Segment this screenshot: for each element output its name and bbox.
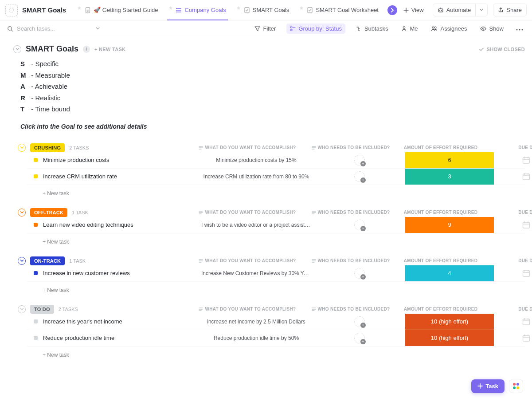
- show-closed-button[interactable]: SHOW CLOSED: [479, 47, 525, 52]
- due-date-button[interactable]: [522, 156, 531, 165]
- tab-smart-goal-worksheet[interactable]: SMART Goal Worksheet: [295, 0, 383, 20]
- fab-container: Task: [471, 379, 523, 393]
- tab-label: SMART Goal Worksheet: [316, 7, 379, 13]
- group-header: OFF-TRACK1 TASK WHAT DO YOU WANT TO ACCO…: [18, 208, 525, 217]
- status-chip[interactable]: TO DO: [30, 305, 54, 314]
- group-new-task-button[interactable]: + New task: [43, 349, 525, 361]
- automate-button[interactable]: Automate: [433, 4, 476, 16]
- group-collapse-toggle[interactable]: [18, 144, 26, 152]
- search-input[interactable]: [17, 25, 83, 32]
- group-header: TO DO2 TASKS WHAT DO YOU WANT TO ACCOMPL…: [18, 305, 525, 314]
- assignee-add-button[interactable]: [354, 316, 365, 327]
- group-collapse-toggle[interactable]: [18, 257, 26, 265]
- apps-grid-icon: [513, 383, 519, 389]
- task-row[interactable]: Increase CRM utilization rateIncrease CR…: [27, 169, 525, 185]
- tabs-scroll-right-button[interactable]: [387, 5, 397, 15]
- assignee-add-button[interactable]: [354, 220, 365, 230]
- group-collapse-toggle[interactable]: [18, 305, 26, 313]
- svg-point-18: [434, 27, 436, 28]
- group-new-task-button[interactable]: + New task: [43, 236, 525, 248]
- due-date-button[interactable]: [522, 317, 531, 326]
- effort-cell[interactable]: 6: [405, 152, 494, 168]
- list-note: Click into the Goal to see additional de…: [20, 123, 525, 130]
- task-title[interactable]: Increase in new customer reviews: [43, 270, 130, 276]
- task-title[interactable]: Minimize production costs: [43, 157, 110, 163]
- workspace-icon[interactable]: [5, 4, 18, 16]
- assignee-add-button[interactable]: [354, 268, 365, 279]
- due-date-button[interactable]: [522, 221, 531, 229]
- task-title[interactable]: Increase CRM utilization rate: [43, 173, 117, 180]
- apps-fab[interactable]: [509, 379, 523, 393]
- search-wrap: [7, 25, 100, 32]
- task-row[interactable]: Increase in new customer reviewsIncrease…: [27, 265, 525, 282]
- dots-icon: [516, 29, 523, 31]
- list-info-icon[interactable]: i: [83, 46, 90, 53]
- automate-caret-button[interactable]: [475, 4, 487, 16]
- task-count: 2 TASKS: [69, 145, 89, 150]
- share-button[interactable]: Share: [493, 4, 527, 16]
- svg-rect-26: [523, 271, 530, 276]
- more-options-button[interactable]: [514, 25, 525, 32]
- due-date-button[interactable]: [522, 334, 531, 343]
- filter-button[interactable]: Filter: [252, 24, 278, 34]
- search-icon: [7, 26, 13, 32]
- group-new-task-button[interactable]: + New task: [43, 188, 525, 199]
- status-chip[interactable]: OFF-TRACK: [30, 208, 67, 217]
- task-status-dot: [34, 174, 38, 178]
- due-date-button[interactable]: [522, 269, 531, 278]
- chevron-down-icon: [95, 26, 100, 31]
- task-row[interactable]: Increase this year's net incomeincrease …: [27, 314, 525, 330]
- show-label: Show: [489, 25, 504, 32]
- group-collapse-toggle[interactable]: [18, 209, 26, 217]
- filter-label: Filter: [263, 25, 276, 32]
- col-included: WHO NEEDS TO BE INCLUDED?: [309, 258, 393, 263]
- svg-rect-25: [523, 222, 530, 228]
- new-task-link[interactable]: + NEW TASK: [94, 47, 125, 52]
- task-row[interactable]: Minimize production costsMinimize produc…: [27, 152, 525, 169]
- effort-cell[interactable]: 9: [405, 217, 494, 233]
- tab-smart-goals[interactable]: SMART Goals: [232, 0, 294, 20]
- col-due: DUE DATE: [489, 258, 532, 263]
- task-title[interactable]: Reduce production idle time: [43, 335, 114, 341]
- list-collapse-toggle[interactable]: [13, 45, 21, 53]
- due-date-button[interactable]: [522, 172, 531, 181]
- task-title[interactable]: Learn new video editing techniques: [43, 221, 133, 228]
- col-included: WHO NEEDS TO BE INCLUDED?: [309, 145, 393, 150]
- col-effort: AMOUNT OF EFFORT REQUIRED: [396, 307, 485, 311]
- status-chip[interactable]: ON-TRACK: [30, 256, 65, 265]
- task-row[interactable]: Reduce production idle timeReduce produc…: [27, 330, 525, 347]
- create-task-fab[interactable]: Task: [471, 379, 505, 393]
- search-caret-button[interactable]: [95, 25, 100, 32]
- effort-cell[interactable]: 10 (high effort): [405, 330, 494, 346]
- groupby-button[interactable]: Group by: Status: [286, 24, 345, 34]
- svg-rect-27: [523, 319, 530, 325]
- effort-cell[interactable]: 3: [405, 169, 494, 185]
- tab-label: 🚀 Getting Started Guide: [94, 7, 158, 13]
- svg-rect-23: [523, 158, 530, 163]
- assignees-button[interactable]: Assignees: [428, 24, 469, 34]
- task-status-dot: [34, 271, 38, 275]
- show-button[interactable]: Show: [477, 24, 506, 34]
- assignee-add-button[interactable]: [354, 333, 365, 343]
- task-row[interactable]: Learn new video editing techniquesI wish…: [27, 217, 525, 233]
- group-header: ON-TRACK1 TASK WHAT DO YOU WANT TO ACCOM…: [18, 256, 525, 265]
- effort-cell[interactable]: 10 (high effort): [405, 314, 494, 330]
- group-new-task-button[interactable]: + New task: [43, 284, 525, 296]
- task-accomplish-cell: Increase CRM utilization rate from 80 to…: [199, 173, 314, 180]
- group-ontrack: ON-TRACK1 TASK WHAT DO YOU WANT TO ACCOM…: [18, 256, 525, 296]
- me-button[interactable]: Me: [399, 24, 420, 34]
- tab-company-goals[interactable]: Company Goals: [164, 0, 231, 20]
- add-view-button[interactable]: View: [399, 4, 428, 16]
- assignees-label: Assignees: [440, 25, 467, 32]
- tab-label: SMART Goals: [253, 7, 289, 13]
- svg-point-19: [483, 28, 484, 29]
- assignee-add-button[interactable]: [354, 155, 365, 166]
- plus-icon: [477, 383, 483, 389]
- subtasks-button[interactable]: Subtasks: [353, 24, 391, 34]
- status-chip[interactable]: CRUSHING: [30, 143, 65, 152]
- assignee-add-button[interactable]: [354, 171, 365, 182]
- task-title[interactable]: Increase this year's net income: [43, 318, 122, 325]
- tab-goal-effort[interactable]: Goal Effort: [385, 0, 386, 20]
- effort-cell[interactable]: 4: [405, 265, 494, 281]
- tab-getting-started-guide[interactable]: 🚀 Getting Started Guide: [73, 0, 162, 20]
